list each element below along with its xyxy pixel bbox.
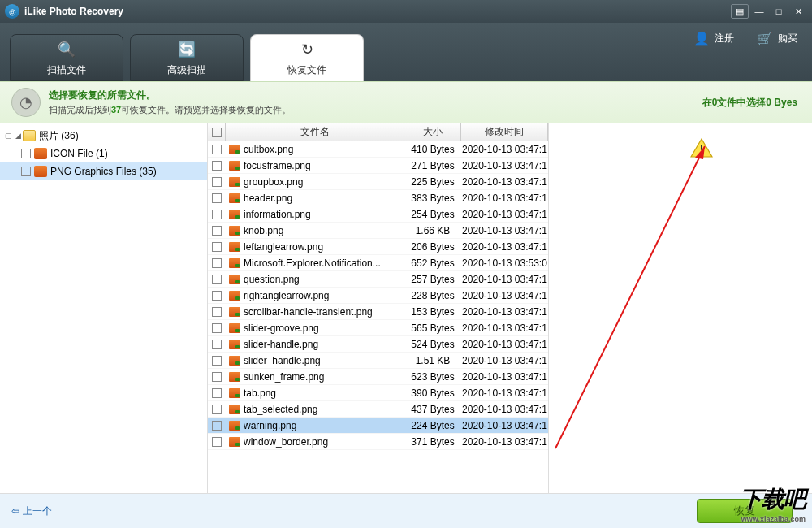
file-date: 2020-10-13 03:47:1 [461, 404, 548, 415]
tab-label: 高级扫描 [167, 63, 206, 77]
tree-checkbox[interactable] [21, 167, 31, 176]
tab-advanced[interactable]: 🔄高级扫描 [130, 34, 244, 81]
row-checkbox[interactable] [212, 242, 222, 252]
purchase-button[interactable]: 🛒 购买 [757, 31, 797, 46]
file-row[interactable]: leftanglearrow.png206 Bytes2020-10-13 03… [208, 239, 548, 255]
recover-button[interactable]: 恢复 [697, 499, 793, 523]
file-size: 652 Bytes [404, 258, 461, 269]
file-row[interactable]: focusframe.png271 Bytes2020-10-13 03:47:… [208, 158, 548, 174]
window-menu-button[interactable]: ▤ [731, 4, 749, 19]
file-name: window_border.png [244, 436, 328, 448]
file-list-body[interactable]: cultbox.png410 Bytes2020-10-13 03:47:1fo… [208, 141, 548, 493]
file-row[interactable]: slider_handle.png1.51 KB2020-10-13 03:47… [208, 353, 548, 369]
file-row[interactable]: scrollbar-handle-transient.png153 Bytes2… [208, 304, 548, 320]
file-date: 2020-10-13 03:47:1 [461, 290, 548, 301]
file-name: groupbox.png [244, 176, 303, 188]
tree-item-label: PNG Graphics Files (35) [50, 166, 157, 177]
row-checkbox[interactable] [212, 356, 222, 366]
close-button[interactable]: ✕ [789, 4, 807, 19]
maximize-button[interactable]: □ [770, 4, 788, 19]
row-checkbox[interactable] [212, 291, 222, 301]
file-name: warning.png [244, 420, 296, 431]
file-row[interactable]: window_border.png371 Bytes2020-10-13 03:… [208, 434, 548, 450]
file-row[interactable]: warning.png224 Bytes2020-10-13 03:47:1 [208, 418, 548, 434]
file-size: 257 Bytes [404, 274, 461, 285]
file-row[interactable]: rightanglearrow.png228 Bytes2020-10-13 0… [208, 288, 548, 304]
tree-root-photos[interactable]: ▢ ◢ 照片 (36) [0, 127, 207, 145]
row-checkbox[interactable] [212, 177, 222, 187]
file-name: leftanglearrow.png [244, 241, 323, 253]
tab-label: 恢复文件 [287, 63, 326, 77]
file-row[interactable]: question.png257 Bytes2020-10-13 03:47:1 [208, 271, 548, 288]
file-row[interactable]: header.png383 Bytes2020-10-13 03:47:1 [208, 190, 548, 206]
row-checkbox[interactable] [212, 226, 222, 236]
file-row[interactable]: slider-handle.png524 Bytes2020-10-13 03:… [208, 336, 548, 353]
file-date: 2020-10-13 03:47:1 [461, 355, 548, 366]
file-name: information.png [244, 209, 311, 220]
file-row[interactable]: knob.png1.66 KB2020-10-13 03:47:1 [208, 223, 548, 239]
row-checkbox[interactable] [212, 405, 222, 414]
file-row[interactable]: tab.png390 Bytes2020-10-13 03:47:1 [208, 385, 548, 401]
file-row[interactable]: groupbox.png225 Bytes2020-10-13 03:47:1 [208, 174, 548, 190]
row-checkbox[interactable] [212, 161, 222, 171]
row-checkbox[interactable] [212, 372, 222, 382]
tree-item[interactable]: PNG Graphics Files (35) [0, 162, 207, 180]
tree-collapse-icon[interactable]: ▢ [3, 132, 13, 140]
toolbar-actions: 👤 注册 🛒 购买 [693, 31, 797, 46]
png-file-icon [229, 388, 240, 398]
file-date: 2020-10-13 03:47:1 [461, 274, 548, 285]
tab-recover[interactable]: ↻恢复文件 [250, 34, 364, 81]
file-name: tab_selected.png [244, 404, 317, 415]
file-row[interactable]: cultbox.png410 Bytes2020-10-13 03:47:1 [208, 141, 548, 158]
file-date: 2020-10-13 03:47:1 [461, 436, 548, 448]
tree-item[interactable]: ICON File (1) [0, 145, 207, 162]
file-list: 文件名 大小 修改时间 cultbox.png410 Bytes2020-10-… [208, 123, 549, 493]
tree-checkbox[interactable] [21, 149, 31, 158]
tree-root-label: 照片 (36) [39, 129, 79, 143]
selection-status: 在0文件中选择0 Byes [702, 96, 797, 110]
png-file-icon [229, 291, 240, 301]
file-name: tab.png [244, 387, 276, 399]
file-name: sunken_frame.png [244, 371, 324, 383]
row-checkbox[interactable] [212, 193, 222, 203]
row-checkbox[interactable] [212, 340, 222, 349]
category-tree: ▢ ◢ 照片 (36) ICON File (1)PNG Graphics Fi… [0, 123, 208, 493]
file-date: 2020-10-13 03:47:1 [461, 176, 548, 188]
tree-twisty-icon[interactable]: ◢ [13, 132, 23, 140]
file-name: Microsoft.Explorer.Notification... [244, 258, 381, 269]
png-file-icon [229, 356, 240, 366]
row-checkbox[interactable] [212, 388, 222, 398]
header-size[interactable]: 大小 [404, 123, 461, 141]
file-date: 2020-10-13 03:47:1 [461, 322, 548, 334]
arrow-left-icon: ⇦ [11, 505, 19, 517]
purchase-label: 购买 [778, 32, 797, 45]
row-checkbox[interactable] [212, 323, 222, 333]
png-file-icon [229, 307, 240, 317]
header-checkbox[interactable] [208, 123, 226, 141]
row-checkbox[interactable] [212, 421, 222, 431]
file-row[interactable]: Microsoft.Explorer.Notification...652 By… [208, 255, 548, 271]
tab-label: 扫描文件 [47, 63, 86, 77]
file-row[interactable]: slider-groove.png565 Bytes2020-10-13 03:… [208, 320, 548, 336]
file-row[interactable]: sunken_frame.png623 Bytes2020-10-13 03:4… [208, 369, 548, 385]
header-filename[interactable]: 文件名 [226, 123, 404, 141]
minimize-button[interactable]: — [750, 4, 768, 19]
file-row[interactable]: tab_selected.png437 Bytes2020-10-13 03:4… [208, 401, 548, 418]
row-checkbox[interactable] [212, 437, 222, 447]
row-checkbox[interactable] [212, 210, 222, 219]
file-size: 1.66 KB [404, 225, 461, 236]
row-checkbox[interactable] [212, 145, 222, 154]
info-subline: 扫描完成后找到37可恢复文件。请预览并选择要恢复的文件。 [49, 104, 291, 116]
png-file-icon [229, 323, 240, 333]
header-date[interactable]: 修改时间 [461, 123, 548, 141]
back-button[interactable]: ⇦ 上一个 [11, 504, 52, 518]
row-checkbox[interactable] [212, 307, 222, 317]
file-row[interactable]: information.png254 Bytes2020-10-13 03:47… [208, 206, 548, 223]
register-button[interactable]: 👤 注册 [693, 31, 734, 46]
file-size: 383 Bytes [404, 193, 461, 204]
tab-scan[interactable]: 🔍扫描文件 [10, 34, 123, 81]
file-size: 371 Bytes [404, 436, 461, 448]
row-checkbox[interactable] [212, 258, 222, 268]
annotation-arrow [549, 123, 812, 493]
row-checkbox[interactable] [212, 275, 222, 284]
